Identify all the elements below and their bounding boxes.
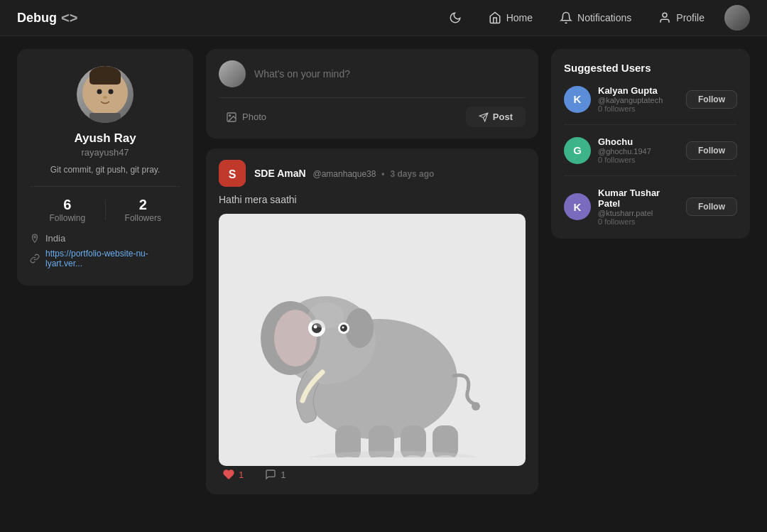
suggested-handle-kumar: @ktusharr.patel: [598, 209, 679, 217]
profile-card: Ayush Ray rayayush47 Git commit, git pus…: [17, 49, 193, 286]
suggested-title: Suggested Users: [564, 62, 737, 74]
suggested-handle-kalyan: @kalyanguptatech: [598, 96, 679, 104]
suggested-card: Suggested Users K Kalyan Gupta @kalyangu…: [551, 49, 750, 239]
svg-point-6: [103, 96, 107, 99]
follow-button-ghochu[interactable]: Follow: [686, 141, 737, 160]
bell-icon: [560, 11, 572, 24]
notifications-button[interactable]: Notifications: [548, 6, 643, 29]
profile-info: India https://portfolio-website-nu-lyart…: [30, 233, 180, 268]
profile-label: Profile: [676, 12, 705, 23]
home-label: Home: [506, 12, 533, 23]
follow-button-kalyan[interactable]: Follow: [686, 90, 737, 109]
follow-button-kumar[interactable]: Follow: [686, 197, 737, 216]
profile-link[interactable]: https://portfolio-website-nu-lyart.ver..…: [45, 249, 180, 268]
profile-username: rayayush47: [81, 147, 129, 158]
profile-stats: 6 Following 2 Followers: [30, 186, 180, 223]
profile-button[interactable]: Profile: [647, 6, 716, 29]
compose-input[interactable]: [254, 68, 526, 80]
compose-box: Photo Post: [206, 49, 538, 139]
moon-icon: [449, 11, 462, 24]
user-avatar[interactable]: [724, 5, 750, 31]
location-row: India: [30, 233, 180, 244]
following-label: Following: [30, 213, 105, 223]
svg-point-28: [472, 402, 480, 411]
svg-point-5: [109, 89, 114, 94]
followers-stat: 2 Followers: [106, 197, 181, 223]
link-icon: [30, 254, 40, 264]
followers-label: Followers: [106, 213, 181, 223]
svg-text:S: S: [229, 168, 236, 180]
profile-name: Ayush Ray: [74, 131, 136, 146]
compose-bottom: Photo Post: [219, 97, 526, 127]
main-feed: Photo Post S: [206, 49, 538, 494]
compose-avatar: [219, 60, 246, 87]
post-header: S SDE AmaΝ @amanhaque38 • 3 days ago: [219, 160, 526, 187]
following-stat: 6 Following: [30, 197, 105, 223]
following-count: 6: [30, 197, 105, 213]
svg-point-35: [308, 303, 344, 328]
left-sidebar: Ayush Ray rayayush47 Git commit, git pus…: [17, 49, 193, 494]
suggested-info-ghochu: Ghochu @ghochu.1947 0 followers: [598, 136, 679, 164]
link-row: https://portfolio-website-nu-lyart.ver..…: [30, 249, 180, 268]
suggested-name-ghochu: Ghochu: [598, 136, 679, 147]
nav-items: Home Notifications Profile: [437, 5, 750, 31]
suggested-info-kalyan: Kalyan Gupta @kalyanguptatech 0 follower…: [598, 85, 679, 113]
suggested-handle-ghochu: @ghochu.1947: [598, 147, 679, 156]
send-icon: [479, 112, 489, 122]
svg-point-4: [97, 89, 102, 94]
notifications-label: Notifications: [577, 12, 631, 23]
post-avatar: S: [219, 160, 246, 187]
photo-icon: [226, 112, 237, 123]
svg-point-10: [229, 114, 231, 116]
suggested-name-kumar: Kumar Tushar Patel: [598, 188, 679, 209]
suggested-followers-ghochu: 0 followers: [598, 156, 679, 164]
theme-toggle-button[interactable]: [437, 6, 473, 29]
comment-icon: [265, 469, 276, 480]
suggested-info-kumar: Kumar Tushar Patel @ktusharr.patel 0 fol…: [598, 188, 679, 226]
suggested-item: K Kalyan Gupta @kalyanguptatech 0 follow…: [564, 85, 737, 113]
post-body: Hathi mera saathi: [219, 194, 526, 205]
suggested-avatar-ghochu: G: [564, 137, 591, 164]
location-text: India: [45, 233, 65, 244]
svg-point-34: [342, 326, 344, 328]
main-layout: Ayush Ray rayayush47 Git commit, git pus…: [0, 36, 767, 507]
right-sidebar: Suggested Users K Kalyan Gupta @kalyangu…: [551, 49, 750, 494]
brand-icon: <>: [61, 10, 77, 26]
like-button[interactable]: 1: [219, 466, 248, 483]
brand-name: Debug: [17, 11, 57, 26]
suggested-item: G Ghochu @ghochu.1947 0 followers Follow: [564, 136, 737, 164]
elephant-svg: [251, 223, 493, 457]
person-icon: [658, 11, 671, 24]
svg-rect-3: [89, 72, 121, 85]
suggested-avatar-kalyan: K: [564, 86, 591, 113]
heart-icon: [223, 469, 234, 480]
compose-top: [219, 60, 526, 87]
like-count: 1: [239, 469, 244, 480]
post-button[interactable]: Post: [466, 107, 526, 127]
divider-2: [564, 175, 737, 176]
comment-button[interactable]: 1: [261, 466, 290, 483]
suggested-followers-kalyan: 0 followers: [598, 104, 679, 113]
photo-label: Photo: [242, 112, 266, 122]
suggested-item: K Kumar Tushar Patel @ktusharr.patel 0 f…: [564, 188, 737, 226]
divider-1: [564, 124, 737, 125]
comment-count: 1: [281, 469, 285, 480]
post-separator: •: [381, 169, 384, 179]
post-author-name: SDE AmaΝ @amanhaque38 • 3 days ago: [254, 168, 526, 179]
svg-point-0: [663, 13, 667, 17]
svg-point-36: [301, 451, 486, 457]
suggested-followers-kumar: 0 followers: [598, 217, 679, 226]
post-user-info: SDE AmaΝ @amanhaque38 • 3 days ago: [254, 168, 526, 179]
post-avatar-icon: S: [219, 160, 246, 187]
avatar-illustration: [77, 66, 134, 123]
profile-avatar: [77, 66, 134, 123]
post-label: Post: [493, 112, 513, 122]
post-time: 3 days ago: [390, 169, 434, 179]
post-card: S SDE AmaΝ @amanhaque38 • 3 days ago Hat…: [206, 148, 538, 494]
profile-bio: Git commit, git push, git pray.: [50, 165, 161, 175]
brand: Debug <>: [17, 10, 77, 26]
home-button[interactable]: Home: [477, 6, 544, 29]
photo-button[interactable]: Photo: [219, 108, 273, 126]
post-author-handle: @amanhaque38: [313, 169, 376, 179]
post-image: [219, 214, 526, 466]
